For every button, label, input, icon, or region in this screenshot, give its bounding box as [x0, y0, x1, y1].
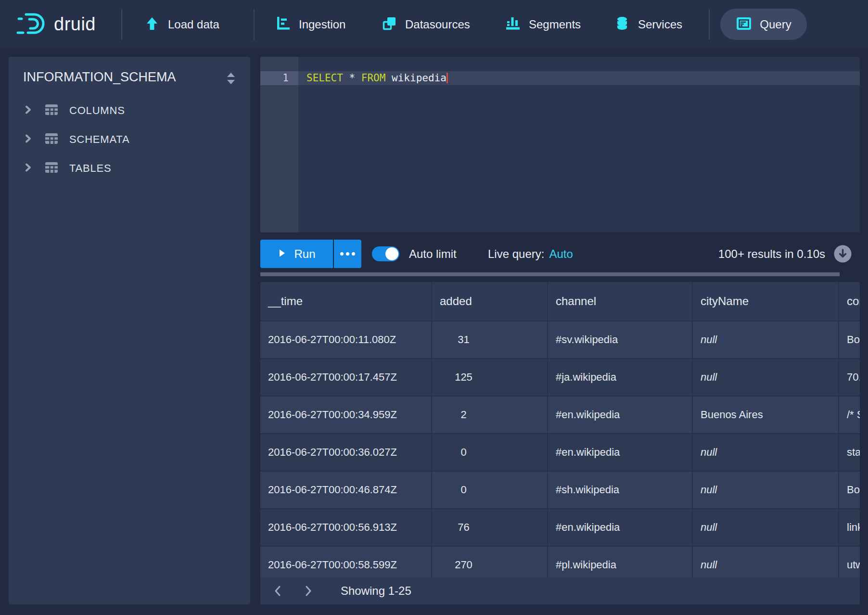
table-cell[interactable]: 2016-06-27T00:00:56.913Z [260, 509, 432, 546]
nav-item-label: Datasources [405, 18, 470, 31]
table-cell[interactable]: #en.wikipedia [548, 397, 693, 433]
table-cell[interactable]: 0 [432, 472, 548, 508]
top-navbar: druid Load data Ingestion [0, 0, 868, 49]
table-cell[interactable]: #sh.wikipedia [548, 472, 693, 508]
column-header-added[interactable]: added [432, 282, 548, 320]
table-grid-icon [44, 131, 59, 148]
nav-item-ingestion[interactable]: Ingestion [275, 0, 345, 49]
table-cell[interactable]: 270 [432, 547, 548, 577]
table-grid-icon [44, 160, 59, 177]
column-header-cityname[interactable]: cityName [693, 282, 839, 320]
table-cell[interactable]: #ja.wikipedia [548, 359, 693, 396]
ellipsis-icon [340, 252, 344, 256]
schema-selector[interactable]: INFORMATION_SCHEMA [9, 57, 250, 99]
table-cell[interactable]: #en.wikipedia [548, 509, 693, 546]
table-cell[interactable]: null [693, 434, 839, 471]
nav-item-services[interactable]: Services [614, 0, 682, 49]
play-icon [278, 248, 286, 260]
table-row: 2016-06-27T00:00:34.959Z2#en.wikipediaBu… [260, 397, 860, 434]
sql-code-line[interactable]: SELECT * FROM wikipedia [306, 71, 448, 85]
brand-title: druid [54, 14, 96, 35]
auto-limit-label: Auto limit [409, 240, 457, 268]
text-cursor [447, 73, 448, 83]
nav-item-load-data[interactable]: Load data [144, 0, 219, 49]
nav-item-segments[interactable]: Segments [505, 0, 581, 49]
download-results-button[interactable] [834, 245, 852, 263]
nav-item-label: Segments [529, 18, 581, 31]
table-cell[interactable]: 2016-06-27T00:00:36.027Z [260, 434, 432, 471]
nav-separator [709, 9, 710, 39]
bar-chart-icon [505, 16, 521, 33]
line-number: 1 [260, 71, 298, 85]
double-caret-vertical-icon [225, 71, 237, 88]
query-toolbar: Run Auto limit Live query:Auto 100+ resu… [260, 240, 860, 268]
table-cell[interactable]: #sv.wikipedia [548, 321, 693, 358]
table-cell[interactable]: Bot [839, 472, 860, 508]
table-cell[interactable]: utw [839, 547, 860, 577]
sql-keyword: FROM [361, 72, 386, 84]
table-cell[interactable]: null [693, 321, 839, 358]
nav-item-datasources[interactable]: Datasources [382, 0, 470, 49]
table-cell[interactable]: 76 [432, 509, 548, 546]
ingestion-chart-icon [275, 16, 291, 33]
druid-brand[interactable]: druid [16, 0, 96, 49]
chevron-right-icon [23, 163, 33, 174]
tree-item-tables[interactable]: TABLES [9, 154, 250, 183]
table-row: 2016-06-27T00:00:58.599Z270#pl.wikipedia… [260, 547, 860, 577]
horizontal-scrollbar[interactable] [260, 272, 840, 276]
table-row: 2016-06-27T00:00:17.457Z125#ja.wikipedia… [260, 359, 860, 397]
table-cell[interactable]: /* S [839, 397, 860, 433]
run-button-label: Run [294, 247, 315, 261]
table-cell[interactable]: 2016-06-27T00:00:11.080Z [260, 321, 432, 358]
sql-identifier: wikipedia [392, 72, 447, 84]
nav-separator [254, 9, 255, 39]
nav-item-label: Load data [168, 18, 219, 31]
live-query-control: Live query:Auto [488, 240, 573, 268]
tree-item-columns[interactable]: COLUMNS [9, 96, 250, 125]
table-row: 2016-06-27T00:00:36.027Z0#en.wikipedianu… [260, 434, 860, 472]
table-cell[interactable]: null [693, 509, 839, 546]
table-cell[interactable]: #en.wikipedia [548, 434, 693, 471]
showing-range-label: Showing 1-25 [341, 584, 411, 598]
nav-item-query[interactable]: Query [720, 9, 807, 40]
table-header-row: __time added channel cityName comment [260, 282, 860, 321]
table-cell[interactable]: link [839, 509, 860, 546]
druid-console: druid Load data Ingestion [0, 0, 868, 615]
table-cell[interactable]: 0 [432, 434, 548, 471]
tree-item-label: TABLES [69, 162, 112, 175]
live-query-value[interactable]: Auto [549, 247, 573, 260]
next-page-button[interactable] [298, 581, 318, 601]
table-cell[interactable]: #pl.wikipedia [548, 547, 693, 577]
sql-keyword: SELECT [306, 72, 343, 84]
sql-editor[interactable]: 1 SELECT * FROM wikipedia [260, 57, 860, 232]
table-cell[interactable]: null [693, 472, 839, 508]
pagination-footer: Showing 1-25 [260, 577, 860, 604]
table-cell[interactable]: 2016-06-27T00:00:46.874Z [260, 472, 432, 508]
auto-limit-toggle[interactable] [372, 246, 399, 261]
nav-separator [121, 9, 122, 39]
tree-item-schemata[interactable]: SCHEMATA [9, 125, 250, 154]
column-header-time[interactable]: __time [260, 282, 432, 320]
column-header-comment[interactable]: comment [839, 282, 860, 320]
table-cell[interactable]: stat [839, 434, 860, 471]
table-cell[interactable]: Buenos Aires [693, 397, 839, 433]
column-header-channel[interactable]: channel [548, 282, 693, 320]
table-cell[interactable]: Bot [839, 321, 860, 358]
table-cell[interactable]: 2016-06-27T00:00:17.457Z [260, 359, 432, 396]
nav-item-label: Ingestion [299, 18, 345, 31]
table-cell[interactable]: 125 [432, 359, 548, 396]
previous-page-button[interactable] [268, 581, 288, 601]
results-panel: __time added channel cityName comment 20… [260, 282, 860, 604]
table-row: 2016-06-27T00:00:46.874Z0#sh.wikipedianu… [260, 472, 860, 509]
table-cell[interactable]: 2016-06-27T00:00:34.959Z [260, 397, 432, 433]
table-cell[interactable]: 2016-06-27T00:00:58.599Z [260, 547, 432, 577]
run-button[interactable]: Run [260, 240, 333, 268]
table-cell[interactable]: null [693, 359, 839, 396]
table-cell[interactable]: null [693, 547, 839, 577]
table-row: 2016-06-27T00:00:56.913Z76#en.wikipedian… [260, 509, 860, 547]
table-cell[interactable]: 31 [432, 321, 548, 358]
table-cell[interactable]: 2 [432, 397, 548, 433]
run-more-options-button[interactable] [334, 240, 361, 268]
table-cell[interactable]: 70. [839, 359, 860, 396]
schema-tree: COLUMNS SCHEMATA [9, 96, 250, 183]
